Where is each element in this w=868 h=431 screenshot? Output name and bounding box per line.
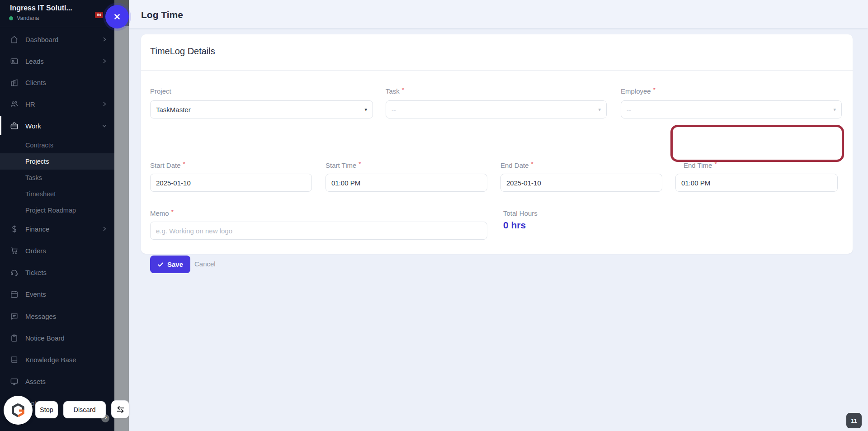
required-asterisk: * bbox=[171, 208, 174, 215]
required-asterisk: * bbox=[531, 161, 533, 167]
end-date-input[interactable] bbox=[500, 174, 662, 192]
scrollbar-track[interactable] bbox=[114, 0, 129, 431]
step-count-badge: 11 bbox=[846, 413, 862, 428]
chevron-right-icon bbox=[102, 226, 107, 232]
sidebar-item-assets[interactable]: Assets bbox=[0, 370, 114, 392]
employee-select[interactable]: -- ▾ bbox=[621, 100, 842, 118]
sidebar-item-orders[interactable]: Orders bbox=[0, 240, 114, 261]
chevron-right-icon bbox=[102, 58, 107, 64]
end-date-label: End Date* bbox=[500, 161, 533, 169]
total-hours-value: 0 hrs bbox=[503, 220, 526, 231]
monitor-icon bbox=[10, 377, 19, 386]
stop-button[interactable]: Stop bbox=[35, 401, 58, 418]
chevron-right-icon bbox=[102, 37, 107, 42]
caret-down-icon: ▾ bbox=[598, 107, 601, 113]
sidebar-item-tickets[interactable]: Tickets bbox=[0, 261, 114, 283]
online-status-dot bbox=[9, 16, 13, 20]
recording-badge: IN bbox=[95, 12, 103, 18]
sidebar-close-button[interactable] bbox=[105, 5, 129, 28]
check-icon bbox=[157, 261, 164, 268]
total-hours-label: Total Hours bbox=[503, 209, 538, 217]
close-icon bbox=[113, 13, 121, 20]
task-select[interactable]: -- ▾ bbox=[386, 100, 607, 118]
sidebar-item-knowledge-base[interactable]: Knowledge Base bbox=[0, 349, 114, 370]
active-indicator bbox=[0, 116, 1, 135]
briefcase-icon bbox=[10, 122, 19, 130]
sidebar-item-leads[interactable]: Leads bbox=[0, 50, 114, 72]
sidebar-item-messages[interactable]: Messages bbox=[0, 305, 114, 327]
sidebar-subitem-tasks[interactable]: Tasks bbox=[0, 170, 114, 186]
dollar-icon bbox=[10, 225, 19, 233]
page-header: Log Time bbox=[129, 0, 868, 28]
cart-icon bbox=[10, 246, 19, 255]
required-asterisk: * bbox=[653, 86, 656, 93]
sidebar-item-notice-board[interactable]: Notice Board bbox=[0, 327, 114, 349]
project-select[interactable]: TaskMaster ▾ bbox=[150, 100, 373, 118]
start-time-input[interactable] bbox=[326, 174, 487, 192]
required-asterisk: * bbox=[359, 161, 361, 167]
id-card-icon bbox=[10, 57, 19, 66]
main-content: Log Time TimeLog Details Project Task* E… bbox=[129, 0, 868, 431]
end-time-highlight bbox=[670, 125, 844, 162]
user-name: Vandana bbox=[17, 15, 39, 21]
start-date-input[interactable] bbox=[150, 174, 312, 192]
sidebar-subitem-projects[interactable]: Projects bbox=[0, 153, 114, 170]
sidebar-item-clients[interactable]: Clients bbox=[0, 71, 114, 93]
end-time-label: End Time* bbox=[684, 161, 717, 169]
task-label: Task* bbox=[386, 87, 404, 95]
page-title: Log Time bbox=[141, 9, 183, 20]
chat-icon bbox=[10, 312, 19, 321]
sidebar-subitem-contracts[interactable]: Contracts bbox=[0, 137, 114, 153]
employee-label: Employee* bbox=[621, 87, 656, 95]
headset-icon bbox=[10, 268, 19, 277]
save-button[interactable]: Save bbox=[150, 256, 190, 273]
swap-arrows-icon bbox=[116, 405, 125, 414]
calendar-icon bbox=[10, 290, 19, 298]
memo-label: Memo* bbox=[150, 209, 174, 217]
sidebar-subitem-timesheet[interactable]: Timesheet bbox=[0, 186, 114, 202]
clipboard-icon bbox=[10, 334, 19, 342]
home-icon bbox=[10, 35, 19, 44]
sidebar-item-dashboard[interactable]: Dashboard bbox=[0, 28, 114, 50]
memo-input[interactable] bbox=[150, 222, 487, 240]
cancel-link[interactable]: Cancel bbox=[194, 260, 216, 268]
caret-down-icon: ▾ bbox=[364, 107, 367, 113]
required-asterisk: * bbox=[402, 86, 404, 93]
sidebar-item-finance[interactable]: Finance bbox=[0, 218, 114, 240]
end-time-input[interactable] bbox=[675, 174, 838, 192]
timelog-card: TimeLog Details Project Task* Employee* … bbox=[141, 34, 853, 254]
users-icon bbox=[10, 100, 19, 109]
book-icon bbox=[10, 355, 19, 364]
app-logo-icon bbox=[9, 402, 27, 419]
required-asterisk: * bbox=[714, 161, 717, 167]
sidebar: Ingress IT Soluti... Vandana Dashboard L… bbox=[0, 0, 114, 431]
swap-button[interactable] bbox=[111, 400, 129, 418]
sidebar-item-events[interactable]: Events bbox=[0, 283, 114, 305]
building-icon bbox=[10, 78, 19, 87]
start-date-label: Start Date* bbox=[150, 161, 185, 169]
discard-button[interactable]: Discard bbox=[63, 401, 106, 418]
start-time-label: Start Time* bbox=[326, 161, 361, 169]
required-asterisk: * bbox=[183, 161, 185, 167]
company-name: Ingress IT Soluti... bbox=[10, 4, 85, 12]
sidebar-subitem-project-roadmap[interactable]: Project Roadmap bbox=[0, 202, 114, 218]
recorder-logo-button[interactable] bbox=[4, 396, 33, 425]
sidebar-item-hr[interactable]: HR bbox=[0, 93, 114, 115]
sidebar-item-work[interactable]: Work bbox=[0, 115, 114, 137]
chevron-right-icon bbox=[102, 101, 107, 107]
caret-down-icon: ▾ bbox=[833, 107, 836, 113]
project-label: Project bbox=[150, 87, 171, 95]
card-title: TimeLog Details bbox=[150, 46, 215, 57]
divider bbox=[141, 70, 853, 71]
chevron-down-icon bbox=[102, 123, 107, 128]
